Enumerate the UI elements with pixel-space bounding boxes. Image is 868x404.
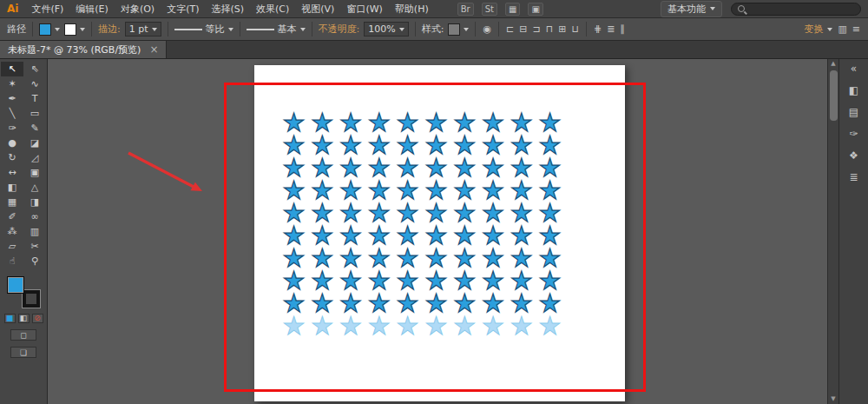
pencil-tool[interactable]: ✎ [23,121,46,136]
stroke-color-swatch[interactable] [23,290,40,308]
blob-brush-tool[interactable]: ● [1,136,23,150]
fill-color-control[interactable] [39,23,60,36]
recolor-artwork-icon[interactable]: ◉ [482,23,492,35]
lasso-tool[interactable]: ∿ [23,76,46,91]
mesh-tool[interactable]: ▦ [1,195,23,209]
document-tab[interactable]: 未标题-7* @ 73% (RGB/预览) × [0,41,167,58]
scroll-up-icon[interactable]: ▲ [831,59,835,69]
menu-item[interactable]: 帮助(H) [389,0,435,18]
color-button[interactable]: ■ [4,314,16,323]
align-bottom-icon[interactable]: ⊔ [570,23,580,35]
fill-color-swatch[interactable] [7,276,24,294]
blend-tool[interactable]: ∞ [23,209,46,224]
column-graph-tool[interactable]: ▥ [23,224,46,239]
pen-tool[interactable]: ✒ [1,91,23,106]
width-profile-control[interactable]: 等比 [174,23,233,36]
scroll-down-icon[interactable]: ▼ [831,394,835,404]
distribute-horizontal-icon[interactable]: ⋕ [593,23,602,35]
menu-item[interactable]: 对象(O) [115,0,161,18]
line-segment-tool[interactable]: ╲ [1,106,23,121]
free-transform-tool[interactable]: ▣ [23,165,46,180]
menu-item[interactable]: 文件(F) [25,0,69,18]
fill-stroke-widget [7,276,40,308]
align-left-icon[interactable]: ⊏ [505,23,515,35]
graph-options-icon[interactable]: ▥ [837,23,847,35]
line-segment-tool-icon: ╲ [10,108,16,119]
close-icon[interactable]: × [149,43,158,56]
change-screen-mode-button[interactable]: ❏ [10,347,36,358]
hand-tool[interactable]: ☝ [1,254,23,268]
scrollbar-thumb[interactable] [830,70,838,121]
transform-control[interactable]: 变换 [804,23,832,36]
distribute-spacing-icon[interactable]: ∥ [620,23,627,35]
workspace-switcher[interactable]: 基本功能 [661,1,722,17]
bridge-icon[interactable]: Br [457,3,474,16]
symbol-sprayer-tool[interactable]: ⁂ [1,224,23,239]
more-options-icon[interactable]: ≡ [852,23,861,35]
rectangle-tool[interactable]: ▭ [23,106,46,121]
stroke-color-swatch[interactable] [64,23,76,36]
menu-item[interactable]: 文字(T) [161,0,205,18]
fill-color-swatch[interactable] [39,23,51,36]
swatches-panel-icon[interactable]: ▤ [849,107,858,117]
slice-tool[interactable]: ✂ [23,239,46,254]
align-right-icon[interactable]: ⊐ [531,23,541,35]
style-swatch[interactable] [448,23,460,36]
rotate-tool[interactable]: ↻ [1,150,23,165]
screen-mode-icon[interactable]: ▣ [528,3,542,16]
scale-tool[interactable]: ◿ [23,150,46,165]
rotate-tool-icon: ↻ [8,152,16,163]
eyedropper-tool[interactable]: ✐ [1,209,23,224]
search-icon [738,5,745,12]
arrange-documents-icon[interactable]: ▦ [505,3,520,16]
stock-icon[interactable]: St [482,3,497,16]
canvas-area[interactable]: ★★★★★★★★★★★★★★★★★★★★★★★★★★★★★★★★★★★★★★★★… [48,59,838,404]
none-button[interactable]: ⊘ [32,314,43,323]
type-tool[interactable]: T [23,91,46,106]
zoom-tool[interactable]: ⚲ [23,254,46,268]
eraser-tool[interactable]: ◪ [23,136,46,150]
distribute-vertical-icon[interactable]: ≣ [606,23,615,35]
transform-label[interactable]: 变换 [804,23,823,36]
drawing-modes-button[interactable]: ◻ [10,329,36,341]
menu-item[interactable]: 选择(S) [205,0,250,18]
opacity-label[interactable]: 不透明度: [319,23,360,36]
align-top-icon[interactable]: ⊓ [545,23,555,35]
menu-item[interactable]: 编辑(E) [69,0,115,18]
paintbrush-tool[interactable]: ✑ [1,121,23,136]
brush-definition-control[interactable]: 基本 [247,23,306,36]
symbols-panel-icon[interactable]: ❖ [849,150,858,161]
eraser-tool-icon: ◪ [30,137,39,149]
chevron-down-icon [710,7,715,10]
align-middle-vertical-icon[interactable]: ⊞ [557,23,567,35]
stroke-weight-label[interactable]: 描边: [98,23,121,36]
menu-item[interactable]: 视图(V) [295,0,340,18]
brushes-panel-icon[interactable]: ✑ [849,129,858,139]
vertical-scrollbar[interactable]: ▲ ▼ [827,59,838,404]
artboard-tool[interactable]: ▱ [1,239,23,254]
direct-selection-tool[interactable]: ⇖ [23,62,46,76]
collapse-panels-icon[interactable]: « [851,63,857,74]
color-panel-icon[interactable]: ◧ [849,85,858,96]
menu-item[interactable]: 窗口(W) [340,0,388,18]
separator [32,22,33,36]
opacity-field[interactable]: 100% [364,22,408,36]
stroke-color-control[interactable] [64,23,85,36]
style-control[interactable] [448,23,469,36]
magic-wand-tool[interactable]: ✶ [1,76,23,91]
search-box[interactable] [731,3,861,16]
shape-builder-tool[interactable]: ◧ [1,180,23,195]
width-tool[interactable]: ↔ [1,165,23,180]
layers-panel-icon[interactable]: ≣ [849,172,858,182]
tools-grid: ↖⇖✶∿✒T╲▭✑✎●◪↻◿↔▣◧△▦◨✐∞⁂▥▱✂☝⚲ [1,62,46,268]
search-input[interactable] [749,4,852,14]
align-center-horizontal-icon[interactable]: ⊟ [518,23,528,35]
mesh-tool-icon: ▦ [8,196,16,208]
selection-tool[interactable]: ↖ [1,62,23,76]
stroke-weight-field[interactable]: 1 pt [125,22,161,36]
menu-item[interactable]: 效果(C) [250,0,295,18]
gradient-button[interactable]: ◧ [18,314,30,323]
perspective-grid-tool[interactable]: △ [23,180,46,195]
gradient-tool[interactable]: ◨ [23,195,46,209]
align-icons: ⊏⊟⊐⊓⊞⊔ [505,23,580,35]
